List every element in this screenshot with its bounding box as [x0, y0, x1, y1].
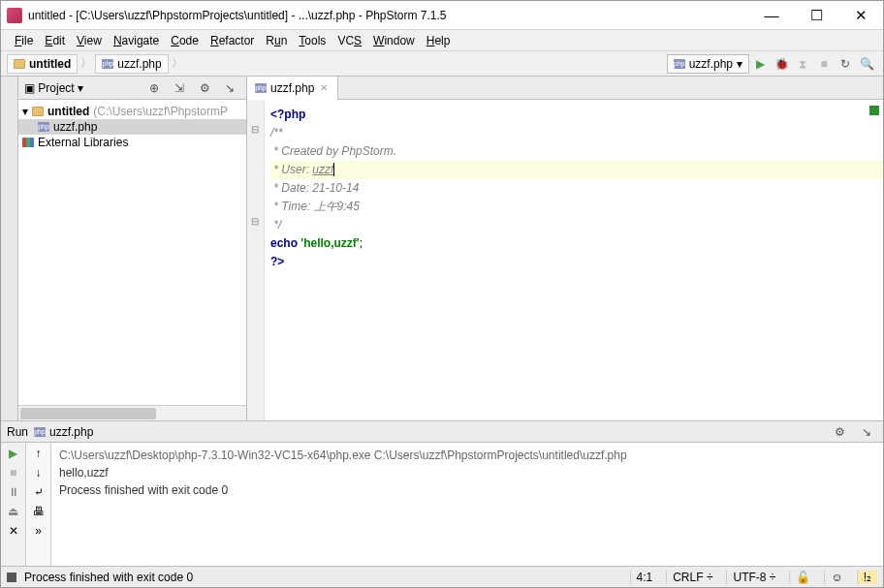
down-icon[interactable]: ↓ [36, 466, 42, 480]
code-content[interactable]: <?php /** * Created by PhpStorm. * User:… [247, 100, 883, 277]
php-icon: php [674, 59, 685, 69]
menu-view[interactable]: View [71, 32, 108, 49]
fold-marker-icon[interactable]: ⊟ [251, 124, 259, 135]
gear-icon[interactable]: ⚙ [196, 79, 213, 97]
run-config-selector[interactable]: phpuzzf.php ▾ [667, 54, 749, 74]
pause-button[interactable]: ⏸ [8, 485, 19, 499]
run-header: Run phpuzzf.php ⚙ ↘ [1, 421, 883, 443]
run-config-tab[interactable]: phpuzzf.php [34, 425, 93, 439]
folder-icon [32, 107, 44, 116]
status-message: Process finished with exit code 0 [24, 571, 622, 584]
project-tree[interactable]: ▾untitled (C:\Users\uzzf\PhpstormP phpuz… [18, 100, 246, 405]
console-stdout: hello,uzzf [59, 464, 875, 481]
app-icon [7, 8, 22, 23]
close-icon[interactable]: ✕ [9, 524, 18, 538]
menu-code[interactable]: Code [165, 32, 205, 49]
status-bar: Process finished with exit code 0 4:1 CR… [1, 566, 883, 587]
run-tool-window: Run phpuzzf.php ⚙ ↘ ▶ ■ ⏸ ⏏ ✕ ↑ ↓ ⤶ 🖶 » … [1, 420, 883, 566]
status-position[interactable]: 4:1 [630, 571, 659, 584]
gear-icon[interactable]: ⚙ [831, 423, 848, 441]
run-toolbar-left: ▶ ■ ⏸ ⏏ ✕ [1, 443, 26, 566]
locate-icon[interactable]: ⊕ [145, 79, 163, 97]
menu-run[interactable]: Run [260, 32, 293, 49]
chevron-right-icon: 〉 [79, 55, 94, 72]
tree-root[interactable]: ▾untitled (C:\Users\uzzf\PhpstormP [18, 104, 246, 119]
collapse-icon[interactable]: ⇲ [171, 79, 188, 97]
editor-tabs: phpuzzf.php✕ [247, 77, 883, 100]
project-tool-window: ▣ Project ▾ ⊕ ⇲ ⚙ ↘ ▾untitled (C:\Users\… [18, 77, 247, 420]
menu-tools[interactable]: Tools [293, 32, 332, 49]
code-editor[interactable]: ⊟ ⊟ <?php /** * Created by PhpStorm. * U… [247, 100, 883, 420]
minimize-button[interactable]: — [749, 1, 794, 30]
tree-file-uzzf[interactable]: phpuzzf.php [18, 119, 246, 135]
breadcrumb-root[interactable]: untitled [7, 54, 78, 74]
search-everywhere-button[interactable]: 🔍 [858, 55, 875, 73]
menu-file[interactable]: File [9, 32, 39, 49]
fold-marker-icon[interactable]: ⊟ [251, 216, 259, 227]
console-exit: Process finished with exit code 0 [59, 481, 875, 499]
project-header: ▣ Project ▾ ⊕ ⇲ ⚙ ↘ [18, 77, 246, 100]
project-view-selector[interactable]: ▣ Project ▾ [24, 81, 83, 95]
menu-refactor[interactable]: Refactor [205, 32, 260, 49]
stop-button: ■ [10, 466, 16, 480]
debug-button[interactable]: 🐞 [773, 55, 790, 73]
title-bar: untitled - [C:\Users\uzzf\PhpstormProjec… [1, 1, 883, 30]
main-area: ▣ Project ▾ ⊕ ⇲ ⚙ ↘ ▾untitled (C:\Users\… [1, 77, 883, 420]
update-button[interactable]: ↻ [837, 55, 854, 73]
navigation-bar: untitled 〉 phpuzzf.php 〉 phpuzzf.php ▾ ▶… [1, 51, 883, 77]
gutter[interactable] [247, 100, 265, 420]
lock-icon[interactable]: 🔓 [789, 571, 816, 584]
tool-windows-icon[interactable] [7, 573, 16, 582]
chevron-right-icon: 〉 [170, 55, 185, 72]
hide-icon[interactable]: ↘ [858, 423, 875, 441]
soft-wrap-icon[interactable]: ⤶ [34, 485, 44, 499]
php-icon: php [102, 59, 113, 69]
run-button[interactable]: ▶ [751, 55, 769, 73]
up-icon[interactable]: ↑ [36, 447, 42, 460]
console-cmd: C:\Users\uzzf\Desktop\php-7.3.10-Win32-V… [59, 447, 875, 464]
left-gutter[interactable] [1, 77, 18, 420]
editor-area: phpuzzf.php✕ ⊟ ⊟ <?php /** * Created by … [247, 77, 883, 420]
menu-vcs[interactable]: VCS [332, 32, 367, 49]
status-line-sep[interactable]: CRLF ÷ [666, 571, 718, 584]
tab-uzzf[interactable]: phpuzzf.php✕ [247, 77, 338, 100]
close-tab-icon[interactable]: ✕ [318, 82, 330, 93]
rerun-button[interactable]: ▶ [9, 447, 17, 460]
folder-icon [14, 59, 25, 69]
php-icon: php [255, 83, 267, 93]
horizontal-scrollbar[interactable] [18, 405, 246, 420]
console-output[interactable]: C:\Users\uzzf\Desktop\php-7.3.10-Win32-V… [51, 443, 883, 566]
expand-icon[interactable]: ▾ [22, 105, 28, 118]
library-icon [22, 138, 34, 147]
coverage-button[interactable]: ⧗ [794, 55, 811, 73]
scroll-icon[interactable]: » [35, 524, 42, 538]
print-icon[interactable]: 🖶 [33, 505, 45, 518]
run-tab-label[interactable]: Run [7, 425, 28, 439]
menu-help[interactable]: Help [421, 32, 457, 49]
inspection-status-icon[interactable] [869, 106, 879, 115]
breadcrumb-file[interactable]: phpuzzf.php [95, 54, 168, 74]
menu-navigate[interactable]: Navigate [108, 32, 165, 49]
window-title: untitled - [C:\Users\uzzf\PhpstormProjec… [28, 9, 749, 22]
notifications-icon[interactable]: !₂ [857, 571, 877, 584]
status-encoding[interactable]: UTF-8 ÷ [726, 571, 781, 584]
run-body: ▶ ■ ⏸ ⏏ ✕ ↑ ↓ ⤶ 🖶 » C:\Users\uzzf\Deskto… [1, 443, 883, 566]
php-icon: php [34, 427, 46, 437]
exit-button[interactable]: ⏏ [8, 505, 18, 518]
hector-icon[interactable]: ☺ [824, 571, 848, 584]
hide-icon[interactable]: ↘ [221, 79, 238, 97]
maximize-button[interactable]: ☐ [794, 1, 838, 30]
stop-button: ■ [815, 55, 833, 73]
menu-bar: File Edit View Navigate Code Refactor Ru… [1, 30, 883, 51]
tree-external-libs[interactable]: External Libraries [18, 135, 246, 150]
close-button[interactable]: ✕ [838, 1, 883, 30]
breadcrumb: untitled 〉 phpuzzf.php 〉 [7, 54, 185, 74]
php-icon: php [38, 122, 49, 132]
run-toolbar-right: ↑ ↓ ⤶ 🖶 » [26, 443, 51, 566]
menu-edit[interactable]: Edit [39, 32, 71, 49]
menu-window[interactable]: Window [367, 32, 421, 49]
